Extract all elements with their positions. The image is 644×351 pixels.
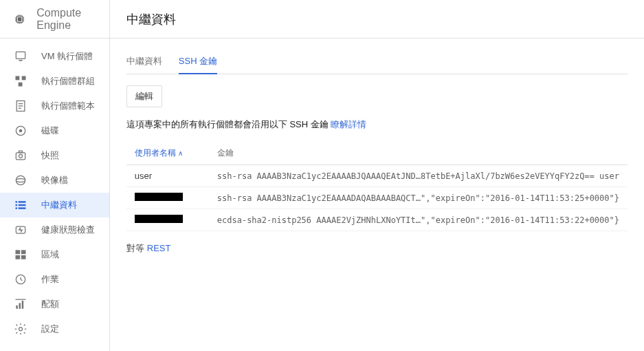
footer-link: 對等REST <box>126 242 628 255</box>
svg-rect-38 <box>21 250 26 254</box>
sidebar-item-instance-groups[interactable]: 執行個體群組 <box>0 69 109 94</box>
main: 中繼資料 中繼資料 SSH 金鑰 編輯 這項專案中的所有執行個體都會沿用以下 S… <box>110 0 644 351</box>
svg-rect-14 <box>16 52 25 58</box>
sidebar-item-label: 作業 <box>41 273 59 286</box>
svg-rect-34 <box>16 207 18 209</box>
sidebar-item-vm-instances[interactable]: VM 執行個體 <box>0 44 109 69</box>
svg-rect-32 <box>16 204 18 206</box>
svg-rect-18 <box>19 83 23 87</box>
disk-icon <box>14 124 27 138</box>
sidebar-item-label: 設定 <box>41 323 59 335</box>
table-row: user ssh-rsa AAAAB3NzaC1yc2EAAAABJQAAAQE… <box>126 165 628 187</box>
svg-rect-31 <box>19 201 26 203</box>
description: 這項專案中的所有執行個體都會沿用以下 SSH 金鑰 瞭解詳情 <box>126 118 628 131</box>
sidebar-item-health-checks[interactable]: 健康狀態檢查 <box>0 217 109 242</box>
table-header: 使用者名稱 金鑰 <box>126 142 628 165</box>
tab-ssh-keys[interactable]: SSH 金鑰 <box>179 50 217 74</box>
health-icon <box>14 223 27 237</box>
cell-user <box>135 215 217 225</box>
svg-point-24 <box>19 129 21 131</box>
rest-link[interactable]: REST <box>147 243 171 253</box>
svg-rect-35 <box>19 207 26 209</box>
svg-rect-43 <box>19 303 21 308</box>
sidebar-item-label: 映像檔 <box>41 174 68 187</box>
cell-key: ssh-rsa AAAAB3NzaC1yc2EAAAABJQAAAQEAtJND… <box>217 171 619 181</box>
main-body: 中繼資料 SSH 金鑰 編輯 這項專案中的所有執行個體都會沿用以下 SSH 金鑰… <box>110 39 644 351</box>
col-header-key: 金鑰 <box>217 147 619 159</box>
sidebar-item-disks[interactable]: 磁碟 <box>0 118 109 143</box>
svg-rect-40 <box>21 255 26 259</box>
operations-icon <box>14 273 27 286</box>
svg-rect-42 <box>16 306 18 309</box>
compute-engine-icon <box>14 11 25 28</box>
svg-rect-1 <box>18 17 21 20</box>
svg-rect-37 <box>16 250 21 254</box>
svg-rect-44 <box>22 301 24 309</box>
svg-rect-16 <box>16 76 20 81</box>
metadata-icon <box>14 198 27 212</box>
tab-metadata[interactable]: 中繼資料 <box>126 50 162 74</box>
sidebar-item-label: 快照 <box>41 149 59 162</box>
footer-lead: 對等 <box>126 243 144 253</box>
col-header-user[interactable]: 使用者名稱 <box>135 147 217 159</box>
main-header: 中繼資料 <box>110 0 644 39</box>
sidebar-item-images[interactable]: 映像檔 <box>0 168 109 193</box>
description-text: 這項專案中的所有執行個體都會沿用以下 SSH 金鑰 <box>126 119 331 129</box>
redacted-user <box>135 215 183 223</box>
sidebar-item-label: 執行個體範本 <box>41 100 95 112</box>
svg-rect-17 <box>22 76 26 81</box>
svg-point-28 <box>16 176 25 184</box>
template-icon <box>14 99 27 113</box>
svg-rect-15 <box>19 60 23 61</box>
svg-rect-45 <box>16 299 26 300</box>
edit-button[interactable]: 編輯 <box>126 85 162 107</box>
table-row: ssh-rsa AAAAB3NzaC1yc2EAAAADAQABAAABAQCT… <box>126 187 628 209</box>
sidebar-item-metadata[interactable]: 中繼資料 <box>0 193 109 217</box>
svg-rect-30 <box>16 201 18 203</box>
svg-rect-33 <box>19 204 26 206</box>
sidebar-item-label: 中繼資料 <box>41 199 77 211</box>
image-icon <box>14 173 27 187</box>
sidebar-item-label: 區域 <box>41 248 59 261</box>
svg-rect-27 <box>19 151 23 153</box>
sidebar-item-label: 健康狀態檢查 <box>41 224 95 236</box>
sidebar-item-label: 磁碟 <box>41 125 59 137</box>
sidebar-item-label: 配額 <box>41 298 59 310</box>
quota-icon <box>14 297 27 311</box>
svg-point-46 <box>19 328 23 331</box>
sidebar-item-snapshots[interactable]: 快照 <box>0 143 109 168</box>
sidebar: Compute Engine VM 執行個體 執行個體群組 執行個體範本 磁碟 … <box>0 0 110 351</box>
sidebar-nav: VM 執行個體 執行個體群組 執行個體範本 磁碟 快照 映像檔 <box>0 39 109 351</box>
svg-point-26 <box>19 154 23 158</box>
sidebar-item-settings[interactable]: 設定 <box>0 317 109 341</box>
learn-more-link[interactable]: 瞭解詳情 <box>331 119 366 129</box>
sidebar-item-operations[interactable]: 作業 <box>0 267 109 292</box>
sidebar-item-quotas[interactable]: 配額 <box>0 292 109 317</box>
sidebar-item-zones[interactable]: 區域 <box>0 242 109 267</box>
gear-icon <box>14 322 27 336</box>
sidebar-header: Compute Engine <box>0 0 109 39</box>
page-title: 中繼資料 <box>126 11 176 28</box>
svg-rect-39 <box>16 255 21 259</box>
snapshot-icon <box>14 149 27 162</box>
tabs: 中繼資料 SSH 金鑰 <box>126 50 628 74</box>
zones-icon <box>14 248 27 262</box>
sidebar-item-label: VM 執行個體 <box>41 50 93 63</box>
cell-user <box>135 193 217 203</box>
sidebar-item-label: 執行個體群組 <box>41 75 95 87</box>
svg-point-29 <box>16 179 25 182</box>
vm-icon <box>14 50 27 63</box>
cell-key: ssh-rsa AAAAB3NzaC1yc2EAAAADAQABAAABAQCT… <box>217 193 619 203</box>
svg-rect-25 <box>16 153 25 160</box>
sidebar-item-instance-templates[interactable]: 執行個體範本 <box>0 94 109 118</box>
cell-key: ecdsa-sha2-nistp256 AAAAE2VjZHNhLXNoYTIt… <box>217 215 619 225</box>
product-name: Compute Engine <box>36 7 96 32</box>
redacted-user <box>135 193 183 201</box>
groups-icon <box>14 74 27 88</box>
table-row: ecdsa-sha2-nistp256 AAAAE2VjZHNhLXNoYTIt… <box>126 209 628 231</box>
cell-user: user <box>135 171 217 181</box>
